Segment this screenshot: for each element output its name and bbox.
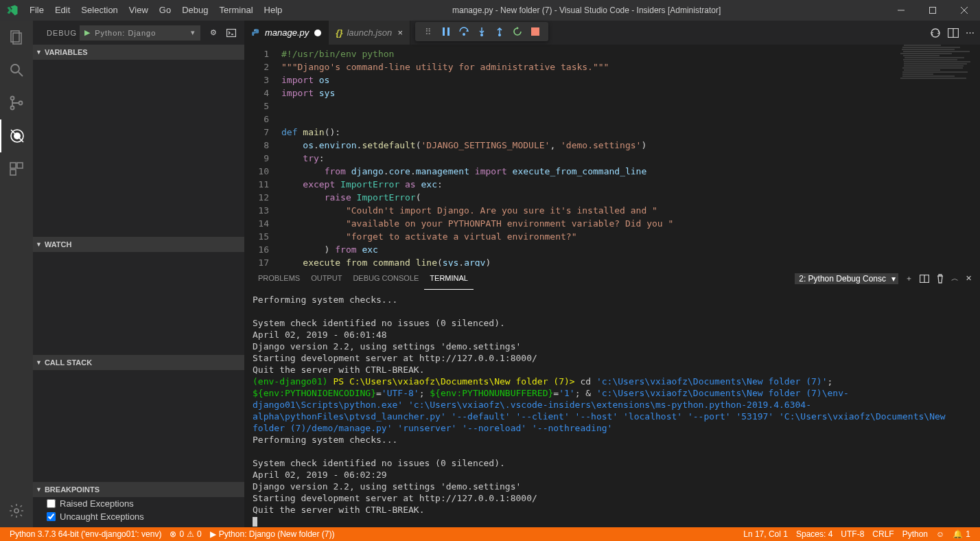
breakpoints-section-header[interactable]: ▼BREAKPOINTS (33, 482, 244, 497)
maximize-button[interactable] (917, 0, 948, 21)
warning-icon: ⚠ (187, 529, 194, 539)
titlebar: FileEditSelectionViewGoDebugTerminalHelp… (0, 0, 980, 21)
svg-rect-5 (447, 27, 450, 36)
menu-go[interactable]: Go (154, 0, 176, 21)
svg-rect-11 (531, 27, 539, 36)
terminal-selector[interactable]: 2: Python Debug Consc (795, 273, 898, 284)
modified-indicator-icon (314, 30, 321, 36)
debug-step-out-button[interactable] (491, 23, 509, 41)
bell-icon: 🔔 (953, 529, 963, 539)
menu-view[interactable]: View (124, 0, 154, 21)
status-problems[interactable]: ⊗0⚠0 (165, 527, 205, 541)
search-icon[interactable] (0, 54, 33, 87)
chevron-down-icon: ▾ (191, 28, 196, 37)
debug-toolbar: ⠿ (415, 22, 548, 41)
svg-point-14 (11, 65, 19, 73)
play-icon: ▶ (210, 529, 216, 539)
debug-stop-button[interactable] (526, 23, 544, 41)
breakpoint-raised-exceptions[interactable]: Raised Exceptions (33, 497, 244, 510)
svg-rect-23 (17, 163, 23, 168)
menu-terminal[interactable]: Terminal (213, 0, 258, 21)
debug-drag-handle-icon[interactable]: ⠿ (419, 23, 437, 41)
close-panel-icon[interactable]: ✕ (966, 274, 972, 283)
source-control-icon[interactable] (0, 87, 33, 119)
panel-tab-terminal[interactable]: TERMINAL (424, 267, 474, 290)
status-debug-target[interactable]: ▶Python: Django (New folder (7)) (206, 527, 339, 541)
status-bar: Python 3.7.3 64-bit ('env-django01': ven… (0, 527, 980, 541)
panel-tab-debug-console[interactable]: DEBUG CONSOLE (347, 267, 424, 290)
menu-help[interactable]: Help (259, 0, 288, 21)
callstack-section-header[interactable]: ▼CALL STACK (33, 355, 244, 370)
settings-gear-icon[interactable] (0, 494, 33, 527)
vscode-logo-icon (0, 4, 24, 16)
tab-launch-json[interactable]: {}launch.json× (329, 21, 410, 45)
activity-bar (0, 21, 33, 527)
svg-point-17 (11, 106, 14, 110)
split-terminal-icon[interactable] (920, 275, 929, 283)
panel-tab-output[interactable]: OUTPUT (305, 267, 347, 290)
debug-step-over-button[interactable] (455, 23, 473, 41)
close-tab-icon[interactable]: × (397, 27, 403, 38)
status-python-interpreter[interactable]: Python 3.7.3 64-bit ('env-django01': ven… (5, 527, 165, 541)
status-notifications[interactable]: 🔔1 (948, 527, 975, 541)
debug-start-icon[interactable]: ▶ (84, 28, 91, 37)
maximize-panel-icon[interactable]: ︿ (951, 273, 959, 284)
svg-point-18 (19, 102, 23, 105)
status-feedback-icon[interactable]: ☺ (932, 527, 948, 541)
debug-sidebar: DEBUG ▶ Python: Django ▾ ⚙ ▼VARIABLES ▼W… (33, 21, 244, 527)
explorer-icon[interactable] (0, 21, 33, 54)
json-file-icon: {} (336, 27, 342, 38)
minimize-button[interactable] (885, 0, 917, 21)
variables-section-header[interactable]: ▼VARIABLES (33, 45, 244, 60)
minimap[interactable] (898, 45, 980, 266)
panel-tab-bar: PROBLEMSOUTPUTDEBUG CONSOLETERMINAL 2: P… (244, 267, 980, 290)
status-encoding[interactable]: UTF-8 (837, 527, 868, 541)
svg-point-25 (14, 509, 19, 513)
panel-tab-problems[interactable]: PROBLEMS (253, 267, 305, 290)
svg-rect-4 (443, 27, 445, 36)
menu-selection[interactable]: Selection (75, 0, 123, 21)
svg-point-8 (480, 34, 483, 36)
python-file-icon (251, 28, 261, 38)
menu-debug[interactable]: Debug (176, 0, 213, 21)
raised-exceptions-checkbox[interactable] (47, 499, 56, 508)
debug-restart-button[interactable] (509, 23, 526, 41)
debug-step-into-button[interactable] (473, 23, 491, 41)
menu-file[interactable]: File (24, 0, 49, 21)
uncaught-exceptions-checkbox[interactable] (47, 512, 56, 521)
error-icon: ⊗ (170, 529, 176, 539)
kill-terminal-icon[interactable] (936, 274, 944, 284)
svg-rect-26 (227, 29, 236, 36)
new-terminal-icon[interactable]: ＋ (905, 273, 913, 284)
breakpoint-uncaught-exceptions[interactable]: Uncaught Exceptions (33, 510, 244, 523)
menu-edit[interactable]: Edit (49, 0, 75, 21)
tab-manage-py[interactable]: manage.py (244, 21, 329, 45)
svg-rect-24 (10, 170, 16, 175)
svg-line-15 (19, 72, 23, 76)
status-language[interactable]: Python (898, 527, 932, 541)
more-actions-icon[interactable]: ⋯ (966, 27, 975, 38)
code-editor[interactable]: #!/usr/bin/env python"""Django's command… (281, 45, 898, 266)
svg-point-27 (255, 30, 255, 30)
status-indentation[interactable]: Spaces: 4 (792, 527, 837, 541)
svg-point-16 (11, 97, 14, 100)
status-eol[interactable]: CRLF (868, 527, 898, 541)
close-window-button[interactable] (948, 0, 980, 21)
debug-pause-button[interactable] (437, 23, 455, 41)
debug-console-icon[interactable] (224, 29, 239, 37)
debug-settings-gear-icon[interactable]: ⚙ (206, 28, 221, 37)
terminal-output[interactable]: Performing system checks... System check… (244, 290, 980, 527)
svg-point-6 (463, 33, 465, 36)
status-cursor-position[interactable]: Ln 17, Col 1 (739, 527, 792, 541)
debug-icon[interactable] (0, 119, 33, 152)
split-editor-icon[interactable] (948, 28, 959, 38)
watch-section-header[interactable]: ▼WATCH (33, 237, 244, 252)
editor-tabs: manage.py{}launch.json× ⋯ (244, 21, 980, 45)
svg-point-10 (498, 34, 501, 36)
debug-config-selector[interactable]: ▶ Python: Django ▾ (80, 25, 200, 41)
compare-changes-icon[interactable] (930, 27, 941, 38)
svg-rect-22 (10, 163, 16, 168)
sidebar-title: DEBUG (47, 29, 77, 37)
line-number-gutter: 1234567891011121314151617 (244, 45, 281, 266)
extensions-icon[interactable] (0, 152, 33, 185)
